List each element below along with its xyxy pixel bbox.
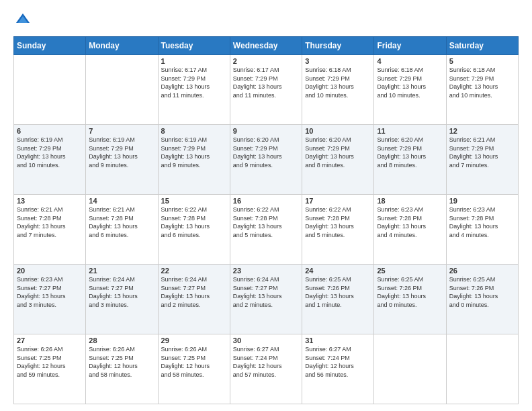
day-number: 29 [161,336,227,345]
day-number: 16 [233,197,299,205]
day-number: 17 [305,197,371,205]
weekday-header-monday: Monday [86,37,158,55]
calendar-cell: 30Sunrise: 6:27 AM Sunset: 7:24 PM Dayli… [230,334,302,404]
calendar-cell: 10Sunrise: 6:20 AM Sunset: 7:29 PM Dayli… [302,125,374,195]
calendar-cell [374,334,446,404]
day-info: Sunrise: 6:23 AM Sunset: 7:27 PM Dayligh… [17,275,83,309]
day-number: 12 [449,127,515,135]
day-number: 30 [233,336,299,345]
day-number: 20 [17,267,83,275]
calendar-cell: 12Sunrise: 6:21 AM Sunset: 7:29 PM Dayli… [446,125,518,195]
day-info: Sunrise: 6:17 AM Sunset: 7:29 PM Dayligh… [161,66,227,99]
calendar-cell [14,55,86,125]
day-info: Sunrise: 6:20 AM Sunset: 7:29 PM Dayligh… [377,136,443,169]
day-info: Sunrise: 6:21 AM Sunset: 7:28 PM Dayligh… [17,205,83,239]
day-info: Sunrise: 6:22 AM Sunset: 7:28 PM Dayligh… [161,205,227,239]
weekday-header-sunday: Sunday [14,37,86,55]
calendar-cell: 27Sunrise: 6:26 AM Sunset: 7:25 PM Dayli… [14,334,86,404]
calendar-cell [86,55,158,125]
calendar-cell: 19Sunrise: 6:23 AM Sunset: 7:28 PM Dayli… [446,195,518,265]
day-info: Sunrise: 6:17 AM Sunset: 7:29 PM Dayligh… [233,66,299,99]
calendar-cell: 24Sunrise: 6:25 AM Sunset: 7:26 PM Dayli… [302,265,374,334]
calendar-cell: 8Sunrise: 6:19 AM Sunset: 7:29 PM Daylig… [158,125,230,195]
day-info: Sunrise: 6:21 AM Sunset: 7:28 PM Dayligh… [89,205,154,239]
calendar-cell: 16Sunrise: 6:22 AM Sunset: 7:28 PM Dayli… [230,195,302,265]
week-row-3: 13Sunrise: 6:21 AM Sunset: 7:28 PM Dayli… [14,195,519,265]
day-info: Sunrise: 6:22 AM Sunset: 7:28 PM Dayligh… [233,205,299,239]
weekday-header-thursday: Thursday [302,37,374,55]
day-info: Sunrise: 6:24 AM Sunset: 7:27 PM Dayligh… [233,275,299,309]
day-info: Sunrise: 6:19 AM Sunset: 7:29 PM Dayligh… [89,136,154,169]
day-info: Sunrise: 6:20 AM Sunset: 7:29 PM Dayligh… [233,136,299,169]
day-number: 28 [89,336,154,345]
calendar-cell: 5Sunrise: 6:18 AM Sunset: 7:29 PM Daylig… [446,55,518,125]
calendar-cell: 7Sunrise: 6:19 AM Sunset: 7:29 PM Daylig… [86,125,158,195]
day-info: Sunrise: 6:23 AM Sunset: 7:28 PM Dayligh… [449,205,515,239]
weekday-header-saturday: Saturday [446,37,518,55]
week-row-2: 6Sunrise: 6:19 AM Sunset: 7:29 PM Daylig… [14,125,519,195]
day-number: 10 [305,127,371,135]
day-number: 2 [233,57,299,65]
day-info: Sunrise: 6:24 AM Sunset: 7:27 PM Dayligh… [161,275,227,309]
header [13,11,519,30]
day-info: Sunrise: 6:19 AM Sunset: 7:29 PM Dayligh… [161,136,227,169]
calendar-cell: 29Sunrise: 6:26 AM Sunset: 7:25 PM Dayli… [158,334,230,404]
calendar-cell: 20Sunrise: 6:23 AM Sunset: 7:27 PM Dayli… [14,265,86,334]
weekday-header-tuesday: Tuesday [158,37,230,55]
weekday-header-friday: Friday [374,37,446,55]
day-number: 4 [377,57,443,65]
week-row-1: 1Sunrise: 6:17 AM Sunset: 7:29 PM Daylig… [14,55,519,125]
day-info: Sunrise: 6:26 AM Sunset: 7:25 PM Dayligh… [161,345,227,379]
day-info: Sunrise: 6:18 AM Sunset: 7:29 PM Dayligh… [305,66,371,99]
day-number: 6 [17,127,83,135]
calendar-table: SundayMondayTuesdayWednesdayThursdayFrid… [13,36,519,404]
day-number: 24 [305,267,371,275]
calendar-cell: 3Sunrise: 6:18 AM Sunset: 7:29 PM Daylig… [302,55,374,125]
weekday-header-row: SundayMondayTuesdayWednesdayThursdayFrid… [14,37,519,55]
day-number: 3 [305,57,371,65]
calendar-cell: 31Sunrise: 6:27 AM Sunset: 7:24 PM Dayli… [302,334,374,404]
calendar-cell: 28Sunrise: 6:26 AM Sunset: 7:25 PM Dayli… [86,334,158,404]
day-number: 19 [449,197,515,205]
day-info: Sunrise: 6:24 AM Sunset: 7:27 PM Dayligh… [89,275,154,309]
page: SundayMondayTuesdayWednesdayThursdayFrid… [0,0,532,411]
day-info: Sunrise: 6:20 AM Sunset: 7:29 PM Dayligh… [305,136,371,169]
day-number: 23 [233,267,299,275]
day-number: 11 [377,127,443,135]
logo [13,11,35,30]
day-info: Sunrise: 6:19 AM Sunset: 7:29 PM Dayligh… [17,136,83,169]
day-info: Sunrise: 6:18 AM Sunset: 7:29 PM Dayligh… [449,66,515,99]
day-number: 7 [89,127,154,135]
day-info: Sunrise: 6:27 AM Sunset: 7:24 PM Dayligh… [233,345,299,379]
week-row-4: 20Sunrise: 6:23 AM Sunset: 7:27 PM Dayli… [14,265,519,334]
day-number: 14 [89,197,154,205]
day-info: Sunrise: 6:26 AM Sunset: 7:25 PM Dayligh… [89,345,154,379]
logo-icon [13,11,32,30]
calendar-cell: 14Sunrise: 6:21 AM Sunset: 7:28 PM Dayli… [86,195,158,265]
day-number: 13 [17,197,83,205]
day-number: 8 [161,127,227,135]
calendar-cell: 22Sunrise: 6:24 AM Sunset: 7:27 PM Dayli… [158,265,230,334]
day-info: Sunrise: 6:25 AM Sunset: 7:26 PM Dayligh… [449,275,515,309]
calendar-cell: 26Sunrise: 6:25 AM Sunset: 7:26 PM Dayli… [446,265,518,334]
day-info: Sunrise: 6:27 AM Sunset: 7:24 PM Dayligh… [305,345,371,379]
day-info: Sunrise: 6:21 AM Sunset: 7:29 PM Dayligh… [449,136,515,169]
calendar-cell: 25Sunrise: 6:25 AM Sunset: 7:26 PM Dayli… [374,265,446,334]
calendar-cell [446,334,518,404]
day-number: 9 [233,127,299,135]
day-number: 15 [161,197,227,205]
calendar-cell: 1Sunrise: 6:17 AM Sunset: 7:29 PM Daylig… [158,55,230,125]
day-number: 18 [377,197,443,205]
calendar-cell: 13Sunrise: 6:21 AM Sunset: 7:28 PM Dayli… [14,195,86,265]
day-info: Sunrise: 6:22 AM Sunset: 7:28 PM Dayligh… [305,205,371,239]
day-info: Sunrise: 6:25 AM Sunset: 7:26 PM Dayligh… [305,275,371,309]
day-number: 26 [449,267,515,275]
day-info: Sunrise: 6:26 AM Sunset: 7:25 PM Dayligh… [17,345,83,379]
calendar-cell: 17Sunrise: 6:22 AM Sunset: 7:28 PM Dayli… [302,195,374,265]
calendar-cell: 6Sunrise: 6:19 AM Sunset: 7:29 PM Daylig… [14,125,86,195]
day-info: Sunrise: 6:23 AM Sunset: 7:28 PM Dayligh… [377,205,443,239]
day-number: 1 [161,57,227,65]
calendar-cell: 4Sunrise: 6:18 AM Sunset: 7:29 PM Daylig… [374,55,446,125]
calendar-cell: 18Sunrise: 6:23 AM Sunset: 7:28 PM Dayli… [374,195,446,265]
calendar-cell: 9Sunrise: 6:20 AM Sunset: 7:29 PM Daylig… [230,125,302,195]
